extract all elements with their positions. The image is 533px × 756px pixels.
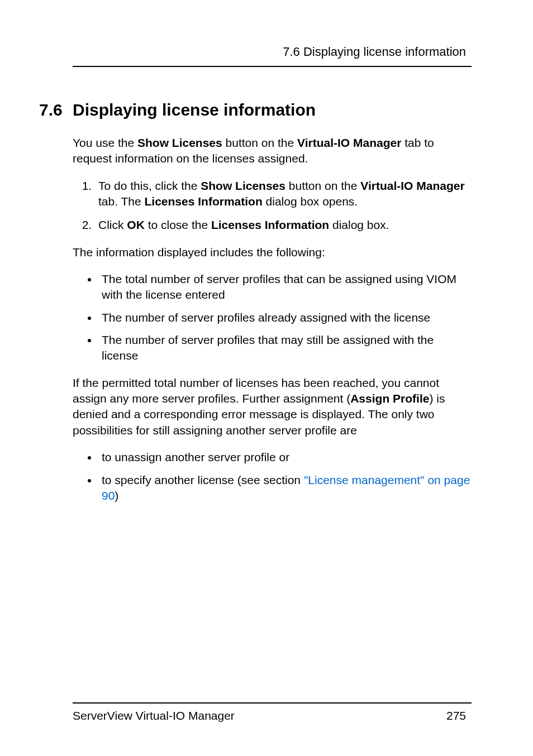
main-content: 7.6 Displaying license information You u… (39, 101, 472, 702)
footer-rule (73, 702, 472, 704)
steps-list: To do this, click the Show Licenses butt… (95, 178, 472, 233)
text: To do this, click the (98, 179, 201, 192)
list-item: The number of server profiles that may s… (98, 332, 472, 364)
footer-block: ServerView Virtual-IO Manager 275 (39, 702, 472, 722)
bold-text: OK (127, 218, 145, 231)
page: 7.6 Displaying license information 7.6 D… (0, 0, 533, 756)
info-intro-paragraph: The information displayed includes the f… (73, 245, 472, 260)
header-rule (73, 66, 472, 67)
section-number: 7.6 (39, 101, 73, 119)
options-bullet-list: to unassign another server profile or to… (98, 449, 472, 504)
text: ) (115, 489, 118, 502)
bold-text: Show Licenses (201, 179, 285, 192)
limit-paragraph: If the permitted total number of license… (73, 375, 472, 438)
bold-text: Licenses Information (145, 195, 263, 208)
section-title: 7.6 Displaying license information (39, 101, 472, 119)
text: tab. The (98, 195, 145, 208)
list-item: to specify another license (see section … (98, 472, 472, 504)
body-block: You use the Show Licenses button on the … (73, 135, 472, 504)
intro-paragraph: You use the Show Licenses button on the … (73, 135, 472, 167)
bold-text: Virtual-IO Manager (297, 136, 401, 149)
text: to close the (145, 218, 211, 231)
text: Click (98, 218, 127, 231)
bold-text: Licenses Information (211, 218, 329, 231)
footer-doc-title: ServerView Virtual-IO Manager (73, 709, 235, 722)
running-head: 7.6 Displaying license information (39, 45, 472, 59)
text: button on the (222, 136, 297, 149)
list-item: The total number of server profiles that… (98, 271, 472, 303)
bold-text: Assign Profile (350, 392, 429, 405)
text: dialog box opens. (263, 195, 358, 208)
footer-page-number: 275 (446, 709, 466, 722)
section-heading: Displaying license information (73, 101, 316, 119)
list-item: The number of server profiles already as… (98, 310, 472, 326)
text: button on the (285, 179, 360, 192)
bold-text: Virtual-IO Manager (360, 179, 464, 192)
step-item: Click OK to close the Licenses Informati… (95, 217, 472, 233)
footer: ServerView Virtual-IO Manager 275 (73, 709, 472, 722)
text: dialog box. (329, 218, 389, 231)
step-item: To do this, click the Show Licenses butt… (95, 178, 472, 210)
bold-text: Show Licenses (137, 136, 222, 149)
text: to specify another license (see section (102, 473, 304, 486)
info-bullet-list: The total number of server profiles that… (98, 271, 472, 364)
text: You use the (73, 136, 137, 149)
list-item: to unassign another server profile or (98, 449, 472, 465)
